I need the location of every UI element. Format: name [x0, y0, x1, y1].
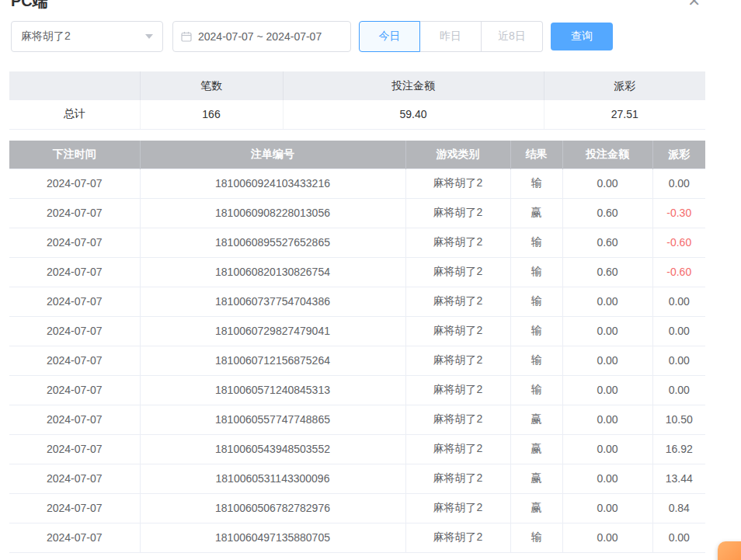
summary-total-bet-amount: 59.40 [283, 100, 544, 129]
payout-cell: -0.60 [652, 228, 705, 257]
table-row: 2024-07-071810060557747748865麻将胡了2赢0.001… [9, 405, 705, 434]
result-cell: 赢 [510, 434, 562, 464]
bet-id-cell: 1810060571240845313 [140, 375, 405, 405]
bet-date-cell: 2024-07-07 [9, 169, 140, 198]
result-cell: 赢 [510, 493, 562, 523]
bet-date-cell: 2024-07-07 [9, 346, 140, 375]
payout-cell: 13.44 [652, 464, 705, 493]
table-row: 2024-07-071810060571240845313麻将胡了2输0.000… [9, 375, 705, 405]
summary-total-row: 总计 166 59.40 27.51 [9, 100, 705, 129]
bet-id-cell: 1810060895527652865 [140, 228, 405, 257]
floating-service-button[interactable] [718, 541, 741, 560]
game-select-value: 麻将胡了2 [21, 30, 71, 43]
bet-amount-cell: 0.00 [562, 464, 652, 493]
result-cell: 输 [510, 316, 562, 346]
bet-date-cell: 2024-07-07 [9, 434, 140, 464]
table-row: 2024-07-071810060820130826754麻将胡了2输0.60-… [9, 257, 705, 287]
table-row: 2024-07-071810060712156875264麻将胡了2输0.000… [9, 346, 705, 375]
yesterday-button[interactable]: 昨日 [420, 21, 482, 52]
result-cell: 输 [510, 346, 562, 375]
bet-id-cell: 1810060908228013056 [140, 198, 405, 228]
bet-amount-cell: 0.60 [562, 198, 652, 228]
game-type-cell: 麻将胡了2 [405, 375, 510, 405]
page-title: PC端 [11, 0, 48, 12]
game-type-cell: 麻将胡了2 [405, 198, 510, 228]
bet-id-cell: 1810060820130826754 [140, 257, 405, 287]
bet-date-cell: 2024-07-07 [9, 198, 140, 228]
betting-records-panel: PC端 ✕ 麻将胡了2 2024-07-07 ~ 2024-07-07 今日 昨… [0, 0, 741, 560]
summary-header-empty [9, 71, 140, 100]
bet-amount-cell: 0.00 [562, 316, 652, 346]
payout-cell: 0.00 [652, 287, 705, 316]
bet-amount-cell: 0.00 [562, 346, 652, 375]
bet-date-cell: 2024-07-07 [9, 405, 140, 434]
date-range-picker[interactable]: 2024-07-07 ~ 2024-07-07 [172, 21, 351, 52]
payout-cell: 16.92 [652, 434, 705, 464]
result-cell: 输 [510, 287, 562, 316]
result-cell: 输 [510, 169, 562, 198]
bet-date-cell: 2024-07-07 [9, 523, 140, 552]
result-cell: 输 [510, 375, 562, 405]
records-body: 2024-07-071810060924103433216麻将胡了2输0.000… [9, 169, 705, 552]
filter-bar: 麻将胡了2 2024-07-07 ~ 2024-07-07 今日 昨日 近8日 … [11, 21, 613, 52]
game-type-cell: 麻将胡了2 [405, 405, 510, 434]
payout-cell: 0.00 [652, 375, 705, 405]
result-cell: 输 [510, 228, 562, 257]
calendar-icon [181, 31, 192, 42]
bet-date-cell: 2024-07-07 [9, 316, 140, 346]
payout-cell: -0.60 [652, 257, 705, 287]
records-header-bet-amount: 投注金额 [562, 141, 652, 169]
result-cell: 输 [510, 523, 562, 552]
payout-cell: -0.30 [652, 198, 705, 228]
bet-amount-cell: 0.00 [562, 169, 652, 198]
summary-total-label: 总计 [9, 100, 140, 129]
date-range-value: 2024-07-07 ~ 2024-07-07 [198, 30, 322, 43]
game-type-cell: 麻将胡了2 [405, 228, 510, 257]
records-header-bet-id: 注单编号 [140, 141, 405, 169]
table-row: 2024-07-071810060543948503552麻将胡了2赢0.001… [9, 434, 705, 464]
records-header-payout: 派彩 [652, 141, 705, 169]
result-cell: 赢 [510, 464, 562, 493]
bet-id-cell: 1810060506782782976 [140, 493, 405, 523]
bet-id-cell: 1810060729827479041 [140, 316, 405, 346]
bet-amount-cell: 0.60 [562, 257, 652, 287]
records-header-game-type: 游戏类别 [405, 141, 510, 169]
records-header-row: 下注时间 注单编号 游戏类别 结果 投注金额 派彩 [9, 141, 705, 169]
table-row: 2024-07-071810060895527652865麻将胡了2输0.60-… [9, 228, 705, 257]
summary-table: 笔数 投注金额 派彩 总计 166 59.40 27.51 [9, 71, 705, 130]
bet-date-cell: 2024-07-07 [9, 375, 140, 405]
game-type-cell: 麻将胡了2 [405, 316, 510, 346]
quick-date-button-group: 今日 昨日 近8日 [359, 21, 543, 52]
payout-cell: 0.00 [652, 169, 705, 198]
bet-date-cell: 2024-07-07 [9, 257, 140, 287]
bet-id-cell: 1810060531143300096 [140, 464, 405, 493]
close-icon[interactable]: ✕ [687, 0, 701, 9]
bet-amount-cell: 0.00 [562, 523, 652, 552]
bet-date-cell: 2024-07-07 [9, 464, 140, 493]
table-row: 2024-07-071810060908228013056麻将胡了2赢0.60-… [9, 198, 705, 228]
summary-header-row: 笔数 投注金额 派彩 [9, 71, 705, 100]
table-row: 2024-07-071810060729827479041麻将胡了2输0.000… [9, 316, 705, 346]
bet-date-cell: 2024-07-07 [9, 287, 140, 316]
bet-amount-cell: 0.60 [562, 228, 652, 257]
today-button[interactable]: 今日 [359, 21, 420, 52]
table-row: 2024-07-071810060924103433216麻将胡了2输0.000… [9, 169, 705, 198]
game-type-cell: 麻将胡了2 [405, 346, 510, 375]
bet-id-cell: 1810060557747748865 [140, 405, 405, 434]
search-button[interactable]: 查询 [551, 23, 613, 50]
last-8-days-button[interactable]: 近8日 [482, 21, 543, 52]
payout-cell: 0.00 [652, 316, 705, 346]
bet-date-cell: 2024-07-07 [9, 493, 140, 523]
payout-cell: 10.50 [652, 405, 705, 434]
payout-cell: 0.84 [652, 493, 705, 523]
table-row: 2024-07-071810060737754704386麻将胡了2输0.000… [9, 287, 705, 316]
game-type-cell: 麻将胡了2 [405, 169, 510, 198]
table-row: 2024-07-071810060497135880705麻将胡了2输0.000… [9, 523, 705, 552]
game-select[interactable]: 麻将胡了2 [11, 21, 163, 52]
bet-amount-cell: 0.00 [562, 375, 652, 405]
summary-total-count: 166 [140, 100, 283, 129]
bet-id-cell: 1810060543948503552 [140, 434, 405, 464]
bet-id-cell: 1810060737754704386 [140, 287, 405, 316]
bet-amount-cell: 0.00 [562, 493, 652, 523]
table-row: 2024-07-071810060506782782976麻将胡了2赢0.000… [9, 493, 705, 523]
